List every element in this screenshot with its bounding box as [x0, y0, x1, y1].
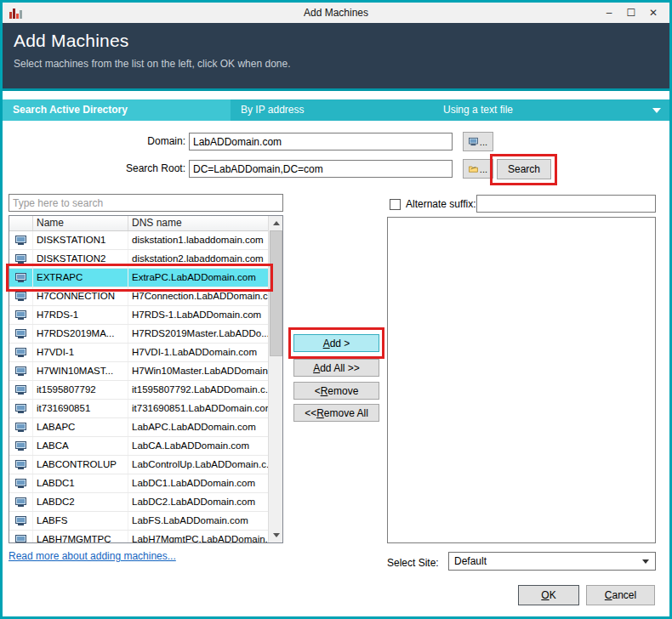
machine-row[interactable]: H7VDI-1 H7VDI-1.LabADDomain.com: [9, 344, 268, 362]
minimize-button[interactable]: –: [598, 3, 620, 23]
close-button[interactable]: ✕: [642, 3, 664, 23]
tab-using-a-text-file[interactable]: Using a text file: [433, 99, 641, 121]
computer-icon: [15, 385, 26, 395]
row-icon-cell: [9, 250, 33, 268]
machine-row[interactable]: LABAPC LabAPC.LabADDomain.com: [9, 418, 268, 437]
button-mnemonic: A: [313, 362, 320, 374]
name-column-header[interactable]: Name: [33, 216, 128, 230]
computer-icon: [15, 254, 26, 264]
machine-row[interactable]: it1595807792 it1595807792.LabADDomain.c.…: [9, 381, 268, 400]
add-all-button[interactable]: Add All >>: [293, 359, 379, 377]
select-site-dropdown[interactable]: Default: [448, 552, 656, 571]
scroll-up-button[interactable]: [269, 216, 283, 230]
machine-row[interactable]: LABDC2 LabDC2.LabADDomain.com: [9, 493, 268, 512]
read-more-link[interactable]: Read more about adding machines...: [9, 550, 176, 562]
machine-row[interactable]: H7WIN10MAST... H7Win10Master.LabADDomain…: [9, 362, 268, 381]
domain-label: Domain:: [71, 133, 185, 150]
search-button[interactable]: Search: [497, 159, 551, 179]
vertical-scrollbar[interactable]: [268, 216, 282, 542]
machine-row[interactable]: DISKSTATION2 diskstation2.labaddomain.co…: [9, 250, 268, 269]
computer-icon: [15, 292, 26, 301]
domain-browse-button[interactable]: ...: [463, 132, 493, 151]
add-button[interactable]: Add >: [293, 334, 379, 352]
row-icon-cell: [9, 287, 33, 305]
selected-machines-list[interactable]: [387, 217, 656, 543]
machine-dns: H7Win10Master.LabADDomain...: [128, 362, 268, 380]
dns-column-header[interactable]: DNS name: [128, 216, 268, 230]
page-title: Add Machines: [14, 31, 669, 51]
button-label-part: K: [550, 589, 556, 601]
browse-ellipsis-label: ...: [480, 164, 487, 174]
button-label-part: emove All: [324, 407, 368, 419]
machine-row[interactable]: H7RDS2019MA... H7RDS2019Master.LabADDo..…: [9, 325, 268, 344]
search-root-browse-button[interactable]: ...: [463, 159, 493, 179]
tab-label: By IP address: [241, 104, 304, 116]
machine-dns: diskstation1.labaddomain.com: [128, 231, 268, 249]
machine-filter-input[interactable]: [9, 194, 283, 212]
machine-name: LABDC1: [33, 474, 128, 492]
select-site-label: Select Site:: [387, 554, 439, 572]
search-root-input[interactable]: [189, 160, 453, 178]
alternate-suffix-label: Alternate suffix:: [406, 196, 476, 213]
machine-row[interactable]: H7CONNECTION H7Connection.LabADDomain.c.…: [9, 287, 268, 306]
tab-by-ip-address[interactable]: By IP address: [231, 99, 433, 121]
machine-name: H7RDS-1: [33, 306, 128, 324]
machine-name: H7VDI-1: [33, 344, 128, 361]
machine-name: DISKSTATION1: [33, 231, 128, 249]
row-icon-cell: [9, 512, 33, 530]
title-bar[interactable]: Add Machines – ☐ ✕: [3, 3, 669, 23]
machine-dns: H7VDI-1.LabADDomain.com: [128, 344, 268, 361]
machine-row[interactable]: LABCA LabCA.LabADDomain.com: [9, 437, 268, 456]
machine-name: LABDC2: [33, 493, 128, 511]
machine-row[interactable]: H7RDS-1 H7RDS-1.LabADDomain.com: [9, 306, 268, 325]
machine-row[interactable]: EXTRAPC ExtraPC.LabADDomain.com: [9, 269, 268, 287]
scroll-down-button[interactable]: [269, 528, 283, 542]
machine-dns: H7RDS-1.LabADDomain.com: [128, 306, 268, 324]
alternate-suffix-input[interactable]: [476, 195, 656, 213]
button-label-part: dd >: [330, 338, 350, 349]
icon-column-header[interactable]: [9, 216, 33, 230]
button-mnemonic: R: [316, 407, 324, 419]
machine-row[interactable]: LABCONTROLUP LabControlUp.LabADDomain.c.…: [9, 456, 268, 474]
tab-label: Search Active Directory: [13, 104, 128, 116]
machine-name: LABH7MGMTPC: [33, 531, 128, 542]
computer-icon: [15, 441, 26, 451]
chevron-down-icon: [273, 533, 280, 537]
button-label-part: emove: [327, 385, 358, 397]
remove-button[interactable]: < Remove: [293, 382, 379, 400]
machine-row[interactable]: DISKSTATION1 diskstation1.labaddomain.co…: [9, 231, 268, 250]
machine-table: Name DNS name DISKSTATION1 diskstation1.…: [9, 215, 283, 543]
machine-table-body: DISKSTATION1 diskstation1.labaddomain.co…: [9, 231, 268, 542]
alternate-suffix-checkbox[interactable]: [390, 199, 401, 210]
folder-icon: [469, 164, 478, 173]
domain-input[interactable]: [189, 133, 453, 150]
computer-icon: [15, 273, 26, 282]
scrollbar-thumb[interactable]: [270, 230, 282, 356]
tab-search-active-directory[interactable]: Search Active Directory: [3, 99, 231, 121]
button-label-part: ancel: [612, 589, 636, 601]
machine-dns: LabDC1.LabADDomain.com: [128, 474, 268, 492]
computer-icon: [15, 329, 26, 338]
machine-row[interactable]: LABFS LabFS.LabADDomain.com: [9, 512, 268, 531]
remove-all-button[interactable]: << Remove All: [293, 404, 379, 422]
browse-ellipsis-label: ...: [480, 137, 487, 147]
machine-name: it1595807792: [33, 381, 128, 399]
cancel-button[interactable]: Cancel: [586, 585, 655, 605]
machine-row[interactable]: LABH7MGMTPC LabH7MgmtPC.LabADDomain...: [9, 531, 268, 542]
machine-row[interactable]: it731690851 it731690851.LabADDomain.com: [9, 400, 268, 418]
machine-row[interactable]: LABDC1 LabDC1.LabADDomain.com: [9, 474, 268, 493]
machine-name: H7WIN10MAST...: [33, 362, 128, 380]
machine-dns: LabControlUp.LabADDomain.c...: [128, 456, 268, 474]
maximize-button[interactable]: ☐: [620, 3, 642, 23]
window-controls: – ☐ ✕: [598, 3, 664, 23]
button-label-part: <: [315, 385, 321, 397]
ok-button[interactable]: OK: [518, 585, 579, 605]
machine-dns: H7RDS2019Master.LabADDo...: [128, 325, 268, 343]
machine-name: H7RDS2019MA...: [33, 325, 128, 343]
chevron-down-icon: [642, 559, 649, 564]
button-label-part: dd All >>: [320, 362, 360, 374]
machine-name: DISKSTATION2: [33, 250, 128, 268]
tab-overflow-button[interactable]: [641, 99, 669, 121]
computer-icon: [15, 479, 26, 488]
computer-icon: [15, 423, 26, 432]
